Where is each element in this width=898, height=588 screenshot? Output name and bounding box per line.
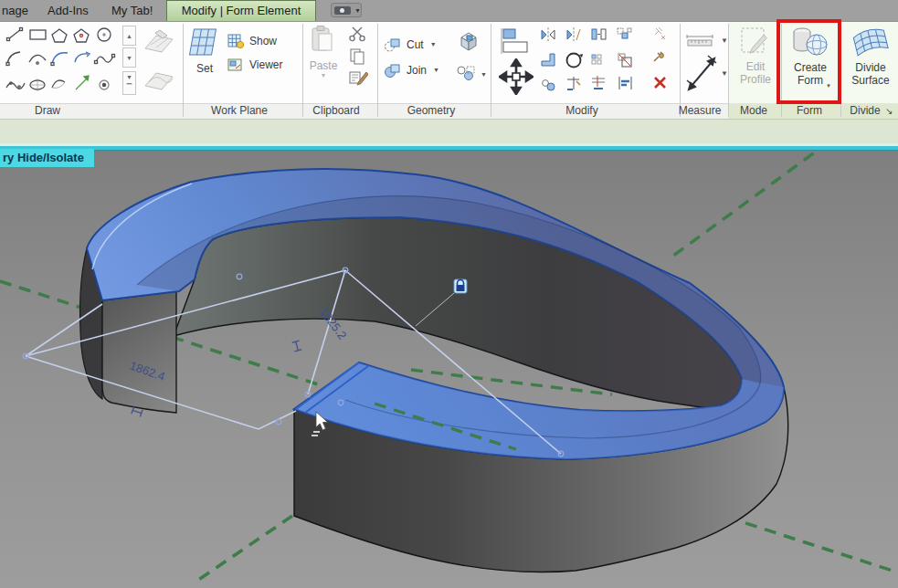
tab-modify-form-element[interactable]: Modify | Form Element [166,0,316,21]
offset-icon [592,29,606,39]
wall-joins-button[interactable] [457,30,484,54]
draw-surface-button-1[interactable] [140,25,178,61]
rectangle-tool-icon [30,30,46,39]
draw-surface-button-2[interactable] [140,60,178,97]
edit-profile-button[interactable]: Edit Profile [734,25,777,98]
set-work-plane-button[interactable]: Set [185,25,225,94]
draw-tool-grid[interactable] [4,26,122,97]
arc-tool-icon [6,52,20,66]
measure2-dropdown-icon[interactable]: ▼ [721,69,728,78]
align-right-icon [619,77,631,89]
show-work-plane-button[interactable]: Show [225,33,298,53]
move-arrows-icon [499,58,534,95]
line-tool-icon [7,28,23,41]
cut-geometry-icon [384,37,402,53]
paste-dropdown-icon[interactable]: ▼ [305,72,342,79]
form-end-cap-left[interactable] [102,291,176,413]
joins-dropdown-icon[interactable]: ▼ [481,71,487,78]
panel-label-work-plane[interactable]: Work Plane [194,103,285,119]
draw-scroll-up[interactable]: ▲ [122,26,136,46]
tab-my-tab[interactable]: My Tab! [111,0,153,21]
panel-separator [302,24,303,117]
divide-surface-button[interactable]: Divide Surface [845,23,896,98]
join-geometry-button[interactable]: Join ▼ [384,63,453,81]
measure-arrow-icon [684,53,719,93]
tab-add-ins[interactable]: Add-Ins [48,0,89,21]
ellipse-tool-icon [30,79,45,91]
panel-label-clipboard[interactable]: Clipboard [304,103,368,119]
modify-states-button[interactable]: ▼ [331,3,362,17]
tab-manage[interactable]: nage [2,0,28,21]
rotate-icon [567,54,584,68]
split-icon [592,76,605,89]
polygon-circumscribed-tool-icon [74,29,89,42]
move-button[interactable] [499,58,535,97]
point-element-tool-icon [100,80,109,89]
scale-icon [618,54,631,67]
join-dropdown-icon[interactable]: ▼ [433,67,439,73]
draw-expand-button[interactable]: ▼▔ [122,71,136,95]
panel-separator [183,24,184,117]
cut-geometry-button[interactable]: Cut ▼ [384,37,448,56]
modify-tool-grid[interactable] [539,25,676,100]
spline-points-tool-icon [6,82,25,89]
scissors-icon [348,26,368,42]
viewer-button[interactable]: Viewer [225,57,298,77]
arc-center-ends-tool-icon [29,55,46,64]
circle-tool-icon [98,28,111,41]
join-geometry-icon [384,63,402,79]
revit-window: { "tab_bar": { "tabs": ["nage", "Add-Ins… [0,0,898,588]
red-highlight-box [777,19,841,104]
match-type-brush-icon [348,69,368,88]
array-icon [592,55,601,64]
viewer-icon [227,57,245,73]
cut-clipboard-button[interactable] [348,26,370,44]
chevron-down-icon: ▼ [354,7,361,14]
copy-button[interactable] [348,47,370,68]
edit-profile-icon [739,25,772,59]
show-plane-icon [227,33,245,49]
measure-between-button[interactable] [684,53,721,95]
image-dot-icon [340,8,344,13]
paste-clipboard-icon [310,25,335,56]
cube-icon [457,30,481,52]
ruler-icon [684,31,721,47]
spline-tool-icon [95,55,115,64]
divide-surface-icon [850,23,892,61]
panel-label-geometry[interactable]: Geometry [386,103,477,119]
surface-sketch-icon [140,60,178,97]
fillet-arc-tool-icon [75,52,90,62]
panel-label-draw[interactable]: Draw [11,103,84,119]
trim-icon [567,77,580,89]
beam-joins-button[interactable]: ▼ [455,64,493,88]
copy-modify-icon [618,28,631,38]
offset-copy-icon [543,80,555,90]
align-button[interactable] [498,26,534,58]
delete-icon [655,78,665,88]
ribbon-lower-strip [0,119,898,143]
viewport-canvas[interactable]: 1862.4 1825.2 [0,151,898,588]
unpin-icon [655,27,665,39]
partial-ellipse-tool-icon [52,80,65,88]
measure-dropdown-icon[interactable]: ▼ [721,37,728,45]
draw-scroll-down[interactable]: ▼ [122,47,136,68]
match-properties-button[interactable] [348,69,370,89]
temporary-hide-isolate-banner[interactable]: ry Hide/Isolate [0,149,94,167]
cut-dropdown-icon[interactable]: ▼ [430,41,437,47]
work-plane-grid-icon [187,26,218,59]
panel-label-modify[interactable]: Modify [536,103,628,119]
panel-separator [377,24,378,117]
mirror-draw-icon [567,27,580,42]
corner-join-icon [542,54,555,66]
panel-expand-icon[interactable]: ↘ [885,106,893,116]
copy-icon [348,47,368,66]
align-icon [498,26,533,56]
polygon-inscribed-tool-icon [52,29,67,42]
mirror-axis-icon [542,27,555,42]
pick-lines-tool-icon [76,76,89,89]
pin-icon [654,52,663,61]
element-joins-icon [455,64,477,84]
paste-button[interactable]: Paste ▼ [305,25,342,94]
tab-bar: nage Add-Ins My Tab! Modify | Form Eleme… [0,0,898,21]
tangent-arc-tool-icon [51,53,68,66]
